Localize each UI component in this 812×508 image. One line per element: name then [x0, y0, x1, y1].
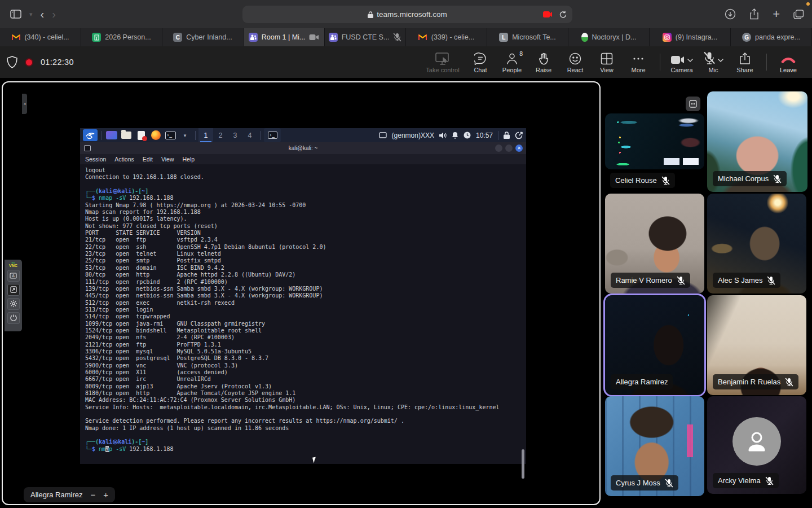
terminal-titlebar[interactable]: kali@kali: ~ ✕	[80, 142, 526, 154]
workspace-1[interactable]: 1	[198, 128, 213, 142]
menu-edit[interactable]: Edit	[143, 156, 153, 163]
presenter-label: Allegra Ramirez − +	[24, 487, 115, 502]
gallery-layout-button[interactable]	[686, 97, 700, 111]
vnc-settings-button[interactable]	[7, 298, 20, 310]
noctoryx-icon	[581, 33, 588, 42]
leave-button[interactable]: Leave	[773, 51, 804, 73]
participant-name: Celiel Rouse	[615, 176, 657, 185]
maximize-button[interactable]	[505, 144, 513, 152]
participant-tile-michael-corpus[interactable]: Michael Corpus	[707, 91, 807, 192]
vnc-fullscreen-button[interactable]	[7, 284, 20, 296]
react-button[interactable]: React	[559, 51, 591, 73]
lock-screen-icon[interactable]	[504, 132, 510, 139]
share-button[interactable]: Share	[729, 51, 761, 73]
browser-tab-3[interactable]: CCyber Inland...	[162, 28, 244, 46]
terminal-app-icon[interactable]: ›_	[164, 129, 177, 141]
share-button[interactable]	[749, 8, 759, 20]
volume-icon[interactable]	[439, 132, 447, 139]
window-tray-icon[interactable]	[379, 132, 387, 138]
menu-help[interactable]: Help	[182, 156, 195, 163]
tab-label: Cyber Inland...	[186, 33, 232, 41]
terminal-window[interactable]: kali@kali: ~ ✕ SessionActionsEditViewHel…	[80, 142, 526, 464]
menu-actions[interactable]: Actions	[114, 156, 134, 163]
browser-tab-7[interactable]: LMicrosoft Te...	[487, 28, 568, 46]
terminal-scrollbar[interactable]	[522, 449, 524, 479]
camera-button[interactable]: Camera	[666, 51, 698, 73]
tab-overview-button[interactable]	[793, 10, 804, 19]
participant-tile-ramie-v-romero[interactable]: Ramie V Romero	[605, 194, 704, 294]
browser-tab-8[interactable]: Noctoryx | D...	[568, 28, 650, 46]
take-control-button: Take control	[421, 51, 465, 73]
chat-button[interactable]: Chat	[465, 51, 496, 73]
more-button[interactable]: More	[623, 51, 654, 73]
participant-tile-arcky-vielma[interactable]: Arcky Vielma	[707, 396, 806, 494]
minimize-button[interactable]	[495, 144, 502, 152]
address-bar[interactable]: teams.microsoft.com	[242, 6, 572, 23]
toolbar-button-label: Share	[736, 67, 753, 73]
forward-button[interactable]: ›	[52, 8, 56, 20]
teams-icon	[249, 33, 258, 42]
terminal-launcher-icon[interactable]	[105, 129, 118, 141]
tab-label: (9) Instagra...	[676, 33, 717, 41]
terminal-output[interactable]: logout Connection to 192.168.1.188 close…	[80, 164, 526, 464]
participant-name: Ramie V Romero	[616, 276, 672, 284]
menu-session[interactable]: Session	[85, 156, 106, 163]
tab-label: (340) - celiel...	[24, 33, 69, 41]
notifications-bell-icon[interactable]	[452, 132, 458, 139]
new-tab-button[interactable]: +	[773, 7, 780, 21]
browser-tab-5[interactable]: FUSD CTE S...	[325, 28, 406, 46]
back-button[interactable]: ‹	[41, 8, 45, 20]
browser-tab-6[interactable]: (339) - celie...	[406, 28, 487, 46]
participant-name-pill: Allegra Ramirez	[611, 374, 673, 389]
vnc-disconnect-button[interactable]	[7, 312, 20, 324]
recording-indicator	[25, 58, 33, 67]
chevron-down-icon[interactable]	[718, 59, 723, 62]
firefox-icon[interactable]	[149, 129, 162, 141]
toolbar-button-label: Chat	[474, 67, 487, 73]
vnc-keyboard-button[interactable]: A	[7, 270, 20, 282]
terminal-window-button[interactable]: ›_	[264, 128, 281, 142]
workspace-4[interactable]: 4	[242, 128, 257, 142]
participant-name-pill: Ramie V Romero	[611, 273, 690, 288]
toolbar-button-label: Take control	[426, 67, 459, 73]
downloads-button[interactable]	[725, 8, 736, 20]
leave-icon	[781, 51, 796, 65]
novnc-control-bar: noVNC A	[5, 260, 22, 331]
chevron-down-icon[interactable]: ▾	[29, 11, 33, 17]
menu-view[interactable]: View	[161, 156, 174, 163]
shield-icon	[7, 56, 17, 68]
kali-menu-button[interactable]	[83, 129, 98, 141]
people-button[interactable]: 8People	[496, 51, 528, 73]
close-button[interactable]: ✕	[515, 144, 523, 152]
participant-tile-celiel-rouse[interactable]: Celiel Rouse	[605, 113, 704, 169]
participant-tile-benjamin-r-ruelas[interactable]: Benjamin R Ruelas	[707, 295, 806, 395]
workspace-2[interactable]: 2	[213, 128, 228, 142]
novnc-logo: noVNC	[9, 261, 17, 268]
workspace-3[interactable]: 3	[228, 128, 242, 142]
browser-tab-1[interactable]: (340) - celiel...	[0, 28, 81, 46]
toolbar-button-label: Raise	[536, 67, 551, 73]
sidebar-toggle-icon[interactable]	[10, 10, 21, 19]
launcher-chevron-icon[interactable]: ▾	[178, 129, 192, 141]
browser-tab-10[interactable]: Gpanda expre...	[731, 28, 812, 46]
zoom-out-button[interactable]: −	[90, 490, 95, 500]
browser-tab-9[interactable]: (9) Instagra...	[650, 28, 731, 46]
view-button[interactable]: View	[591, 51, 623, 73]
presenter-name: Allegra Ramirez	[30, 491, 82, 499]
chevron-down-icon[interactable]	[687, 59, 693, 62]
file-manager-icon[interactable]	[120, 129, 133, 141]
browser-tab-2[interactable]: 2026 Person...	[81, 28, 162, 46]
zoom-in-button[interactable]: +	[103, 490, 108, 500]
letter-g-icon: G	[742, 33, 751, 42]
reload-button[interactable]	[559, 11, 567, 19]
participant-name-pill: Arcky Vielma	[713, 473, 779, 488]
participant-tile-cyrus-j-moss[interactable]: Cyrus J Moss	[605, 396, 704, 496]
text-editor-icon[interactable]	[134, 129, 148, 141]
mic-button[interactable]: Mic	[698, 51, 729, 73]
raise-button[interactable]: Raise	[528, 51, 559, 73]
participant-tile-alec-s-james[interactable]: Alec S James	[707, 194, 806, 294]
logout-icon[interactable]	[515, 132, 523, 139]
browser-tab-4[interactable]: Room 1 | Mi...	[244, 28, 325, 46]
participant-tile-allegra-ramirez[interactable]: Allegra Ramirez	[605, 295, 704, 395]
vnc-bar-handle[interactable]: ◂	[22, 94, 27, 114]
